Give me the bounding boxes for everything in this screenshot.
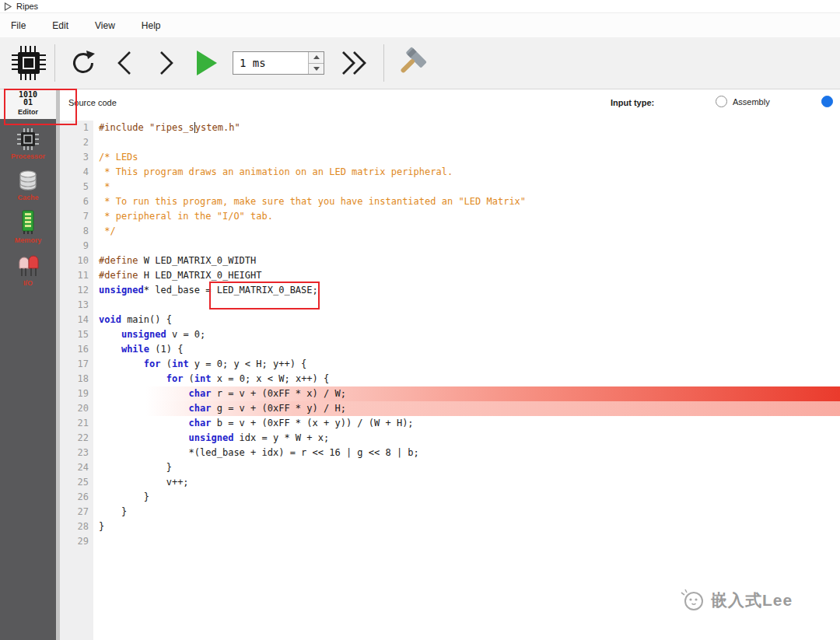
code-line-22[interactable]: 22 unsigned idx = y * W + x; — [60, 431, 840, 446]
toolbar-separator — [54, 44, 55, 82]
step-back-icon[interactable] — [111, 48, 139, 78]
code-line-20[interactable]: 20 char g = v + (0xFF * y) / H; — [60, 401, 840, 416]
ripes-logo-icon — [4, 2, 12, 11]
sidebar-item-label: Cache — [17, 194, 38, 201]
code-line-14[interactable]: 14void main() { — [60, 313, 840, 327]
spin-down-button[interactable] — [309, 63, 324, 75]
radio-circle-checked[interactable] — [821, 96, 833, 107]
code-line-26[interactable]: 26 } — [60, 490, 840, 505]
line-number: 2 — [60, 135, 93, 150]
code-line-13[interactable]: 13 — [60, 298, 840, 313]
sidebar-item-cache[interactable]: Cache — [0, 169, 56, 201]
line-number: 26 — [60, 490, 93, 505]
code-line-10[interactable]: 10#define W LED_MATRIX_0_WIDTH — [60, 254, 840, 268]
toolbar: 1 ms — [0, 37, 840, 89]
code-line-7[interactable]: 7 * peripheral in the "I/O" tab. — [60, 209, 840, 224]
menu-edit[interactable]: Edit — [52, 20, 68, 31]
io-leds-icon — [15, 253, 41, 278]
line-number: 27 — [60, 505, 93, 519]
menu-view[interactable]: View — [95, 20, 115, 31]
watermark-text: 嵌入式Lee — [711, 589, 793, 611]
line-number: 18 — [60, 372, 93, 386]
memory-ram-icon — [18, 210, 38, 235]
radio-assembly-label: Assembly — [733, 97, 770, 107]
menu-bar: File Edit View Help — [0, 13, 840, 37]
code-line-2[interactable]: 2 — [60, 135, 840, 150]
line-number: 14 — [60, 313, 93, 327]
line-number: 8 — [60, 224, 93, 239]
code-line-text: /* LEDs — [93, 150, 138, 165]
code-line-16[interactable]: 16 while (1) { — [60, 342, 840, 357]
line-number: 5 — [60, 180, 93, 194]
code-line-text: unsigned* led_base = LED_MATRIX_0_BASE; — [93, 283, 318, 298]
speed-value[interactable]: 1 ms — [233, 52, 308, 74]
code-line-24[interactable]: 24 } — [60, 460, 840, 475]
code-line-5[interactable]: 5 * — [60, 180, 840, 194]
menu-file[interactable]: File — [11, 20, 26, 31]
code-line-28[interactable]: 28} — [60, 519, 840, 534]
code-line-9[interactable]: 9 — [60, 239, 840, 254]
line-number: 10 — [60, 254, 93, 268]
processor-chip-icon — [16, 128, 40, 151]
code-line-15[interactable]: 15 unsigned v = 0; — [60, 327, 840, 342]
spin-up-button[interactable] — [309, 52, 324, 63]
editor-panel: Source code Input type: Assembly 1#inclu… — [60, 89, 840, 640]
code-editor[interactable]: 1#include "ripes_system.h"23/* LEDs4 * T… — [60, 121, 840, 640]
code-line-19[interactable]: 19 char r = v + (0xFF * x) / W; — [60, 386, 840, 401]
code-line-21[interactable]: 21 char b = v + (0xFF * (x + y)) / (W + … — [60, 416, 840, 431]
code-line-text: for (int y = 0; y < H; y++) { — [93, 357, 306, 372]
title-bar: Ripes — [0, 0, 840, 13]
code-line-4[interactable]: 4 * This program draws an animation on a… — [60, 165, 840, 180]
line-number: 19 — [60, 386, 93, 401]
run-icon[interactable] — [194, 49, 219, 77]
chip-icon[interactable] — [11, 45, 47, 81]
line-number: 12 — [60, 283, 93, 298]
line-number: 25 — [60, 475, 93, 490]
toolbar-separator — [383, 44, 384, 82]
speed-spinbox[interactable]: 1 ms — [233, 51, 324, 75]
line-number: 16 — [60, 342, 93, 357]
sidebar-item-memory[interactable]: Memory — [0, 210, 56, 244]
sidebar-item-processor[interactable]: Processor — [0, 128, 56, 160]
sidebar-item-editor[interactable]: 1010 01 Editor — [0, 89, 56, 119]
code-line-text: } — [93, 519, 104, 534]
code-line-text: while (1) { — [93, 342, 183, 357]
code-line-text: for (int x = 0; x < W; x++) { — [93, 372, 329, 386]
code-line-text: v++; — [93, 475, 189, 490]
fast-forward-icon[interactable] — [337, 48, 371, 78]
code-line-27[interactable]: 27 } — [60, 505, 840, 519]
sidebar: 1010 01 Editor Processor — [0, 89, 56, 640]
sidebar-item-io[interactable]: I/O — [0, 253, 56, 287]
radio-circle-unchecked[interactable] — [716, 96, 727, 107]
code-line-23[interactable]: 23 *(led_base + idx) = r << 16 | g << 8 … — [60, 446, 840, 460]
line-number: 11 — [60, 268, 93, 283]
line-number: 1 — [60, 121, 93, 135]
cache-cylinder-icon — [16, 169, 40, 192]
code-line-6[interactable]: 6 * To run this program, make sure that … — [60, 194, 840, 209]
code-line-8[interactable]: 8 */ — [60, 224, 840, 239]
sidebar-item-label: Memory — [15, 236, 42, 244]
build-hammer-icon[interactable] — [397, 46, 431, 80]
sidebar-item-label: Processor — [11, 152, 45, 160]
watermark-logo-icon — [678, 588, 706, 613]
code-line-1[interactable]: 1#include "ripes_system.h" — [60, 121, 840, 135]
code-line-17[interactable]: 17 for (int y = 0; y < H; y++) { — [60, 357, 840, 372]
radio-assembly[interactable]: Assembly — [716, 96, 770, 107]
line-number: 9 — [60, 239, 93, 254]
line-number: 6 — [60, 194, 93, 209]
code-line-29[interactable]: 29 — [60, 534, 840, 549]
code-line-12[interactable]: 12unsigned* led_base = LED_MATRIX_0_BASE… — [60, 283, 840, 298]
line-number: 29 — [60, 534, 93, 549]
code-line-text: #include "ripes_system.h" — [93, 121, 240, 135]
code-line-25[interactable]: 25 v++; — [60, 475, 840, 490]
code-line-text — [93, 534, 99, 549]
code-line-text: * peripheral in the "I/O" tab. — [93, 209, 273, 224]
code-line-11[interactable]: 11#define H LED_MATRIX_0_HEIGHT — [60, 268, 840, 283]
radio-c[interactable] — [821, 96, 838, 107]
code-line-text: char r = v + (0xFF * x) / W; — [93, 386, 346, 401]
code-line-18[interactable]: 18 for (int x = 0; x < W; x++) { — [60, 372, 840, 386]
reset-icon[interactable] — [68, 47, 99, 79]
step-forward-icon[interactable] — [152, 48, 180, 78]
code-line-3[interactable]: 3/* LEDs — [60, 150, 840, 165]
menu-help[interactable]: Help — [142, 20, 161, 31]
